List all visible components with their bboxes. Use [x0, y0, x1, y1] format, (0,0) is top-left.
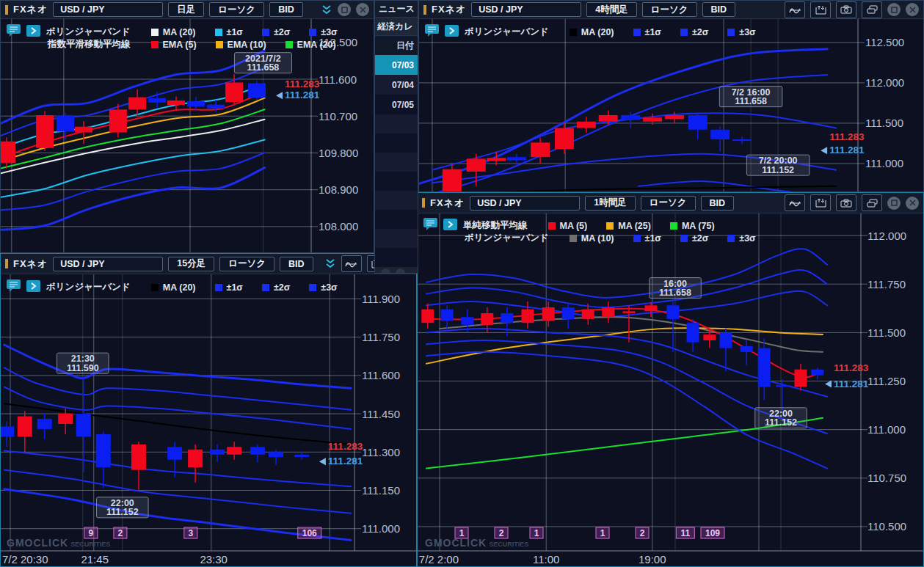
svg-text:3: 3	[188, 528, 193, 538]
currency-pair-select[interactable]: USD / JPY	[53, 2, 163, 17]
chart-window-daily: FXネオ USD / JPY 日足 ローソク BID ボリンジャーバンドMA (…	[0, 0, 374, 253]
candle-bullish	[443, 169, 462, 191]
legend-label: MA (10)	[581, 233, 614, 244]
legend-entry: MA (20)	[151, 27, 196, 37]
restore-window-button[interactable]	[338, 3, 351, 16]
legend-swatch-icon	[670, 222, 677, 230]
close-window-button[interactable]	[906, 197, 919, 210]
candle-bullish	[58, 414, 73, 424]
export-data-icon[interactable]	[810, 1, 831, 18]
indicator-settings-icon[interactable]	[341, 255, 362, 272]
timeframe-button[interactable]: 4時間足	[586, 2, 636, 17]
restore-window-button[interactable]	[887, 3, 901, 16]
chart-window-4hour: FXネオ USD / JPY 4時間足 ローソク BID ボリンジャーバンドMA…	[418, 0, 924, 192]
chart-type-button[interactable]: ローソク	[209, 2, 264, 17]
window-titlebar[interactable]: FXネオ USD / JPY 日足 ローソク BID	[1, 1, 374, 19]
quote-type-button[interactable]: BID	[702, 2, 736, 17]
legend-entry: ±3σ	[727, 27, 755, 37]
collapse-toolbar-icon[interactable]	[324, 259, 336, 268]
legend-label: MA (20)	[163, 27, 196, 37]
close-window-button[interactable]	[906, 3, 919, 16]
expand-arrow-icon[interactable]	[26, 25, 40, 40]
candle-bearish	[720, 332, 732, 348]
duplicate-window-icon[interactable]	[862, 1, 882, 18]
calendar-date-row[interactable]: 07/05	[375, 95, 418, 114]
indicator-group-label: ボリンジャーバンド	[465, 26, 549, 38]
candle-bearish	[76, 414, 91, 436]
chart-type-button[interactable]: ローソク	[219, 257, 274, 271]
chart-type-button[interactable]: ローソク	[642, 2, 697, 17]
candle-bullish	[623, 311, 636, 313]
expand-arrow-icon[interactable]	[445, 25, 459, 40]
indicator-group-label: ボリンジャーバンド	[46, 26, 131, 38]
timeframe-button[interactable]: 15分足	[168, 257, 214, 271]
legend-entry: ±3σ	[727, 233, 755, 244]
currency-pair-select[interactable]: USD / JPY	[470, 196, 580, 211]
calendar-empty-row[interactable]	[375, 191, 418, 210]
window-titlebar[interactable]: FXネオ USD / JPY 15分足 ローソク BID	[1, 254, 416, 274]
legend-entry: ±3σ	[309, 282, 337, 293]
scroll-dot-icon[interactable]	[396, 268, 405, 274]
indicator-legend-row: ボリンジャーバンドMA (20)±1σ±2σ±3σ	[7, 279, 338, 295]
currency-pair-select[interactable]: USD / JPY	[471, 2, 581, 17]
calendar-empty-row[interactable]	[375, 114, 418, 133]
candle-bullish	[188, 450, 203, 467]
expand-arrow-icon[interactable]	[26, 280, 40, 295]
calendar-empty-row[interactable]	[375, 210, 418, 229]
screenshot-camera-icon[interactable]	[836, 194, 856, 211]
ask-price-label: 111.283	[328, 441, 363, 452]
tab-news[interactable]: ニュース	[375, 1, 418, 18]
y-axis-tick-label: 110.750	[867, 472, 906, 484]
comment-bubble-icon[interactable]	[423, 218, 437, 233]
scroll-dot-icon[interactable]	[381, 268, 390, 274]
calendar-date-row[interactable]: 07/03	[375, 55, 418, 75]
legend-entry: ±1σ	[633, 233, 661, 244]
calendar-empty-row[interactable]	[375, 229, 418, 248]
price-annotation: 22:00111.152	[97, 497, 149, 518]
x-axis-tick-label: 21:45	[81, 553, 109, 566]
window-titlebar[interactable]: FXネオ USD / JPY 1時間足 ローソク BID	[418, 193, 923, 213]
tab-economic-calendar[interactable]: 経済カレ	[375, 18, 418, 36]
currency-pair-select[interactable]: USD / JPY	[53, 257, 163, 271]
timeframe-button[interactable]: 日足	[168, 2, 204, 17]
close-window-button[interactable]	[356, 3, 369, 16]
comment-bubble-icon[interactable]	[425, 24, 439, 40]
chart-type-button[interactable]: ローソク	[641, 196, 696, 211]
indicator-legend-row: ボリンジャーバンドMA (20)±1σ±2σ±3σ	[7, 24, 338, 40]
calendar-date-row[interactable]: 07/04	[375, 75, 418, 95]
chart-plot-area[interactable]: 112.000111.750111.500111.250111.000110.7…	[418, 193, 923, 566]
candle-bearish	[269, 452, 283, 457]
quote-type-button[interactable]: BID	[280, 257, 313, 271]
window-titlebar[interactable]: FXネオ USD / JPY 4時間足 ローソク BID	[419, 1, 923, 19]
calendar-empty-row[interactable]	[375, 248, 418, 267]
chart-plot-area[interactable]: 111.900111.750111.600111.450111.300111.1…	[1, 254, 416, 566]
quote-type-button[interactable]: BID	[701, 196, 735, 211]
calendar-empty-row[interactable]	[375, 133, 418, 153]
collapse-toolbar-icon[interactable]	[321, 5, 332, 15]
legend-swatch-icon	[285, 41, 293, 48]
candle-bullish	[487, 158, 506, 161]
indicator-settings-icon[interactable]	[785, 194, 805, 211]
screenshot-camera-icon[interactable]	[836, 1, 856, 18]
expand-arrow-icon[interactable]	[443, 219, 457, 233]
indicator-settings-icon[interactable]	[785, 1, 805, 18]
candle-bullish	[225, 82, 243, 102]
comment-bubble-icon[interactable]	[7, 24, 21, 40]
candle-bullish	[131, 445, 146, 470]
calendar-empty-row[interactable]	[375, 153, 418, 172]
x-axis-tick-label: 23:30	[200, 553, 228, 566]
candle-bearish	[621, 115, 640, 120]
indicator-legend-row: ボリンジャーバンドMA (20)±1σ±2σ±3σ	[425, 24, 756, 40]
restore-window-button[interactable]	[887, 197, 901, 210]
legend-entry: ±3σ	[309, 27, 337, 37]
legend-label: ±1σ	[645, 27, 661, 37]
quote-type-button[interactable]: BID	[269, 2, 303, 17]
export-data-icon[interactable]	[810, 194, 831, 211]
legend-label: ±3σ	[321, 27, 337, 37]
candle-bullish	[555, 128, 574, 150]
timeframe-button[interactable]: 1時間足	[585, 196, 635, 211]
calendar-empty-row[interactable]	[375, 172, 418, 191]
duplicate-window-icon[interactable]	[862, 194, 882, 211]
candle-bearish	[741, 346, 753, 352]
comment-bubble-icon[interactable]	[7, 279, 21, 295]
